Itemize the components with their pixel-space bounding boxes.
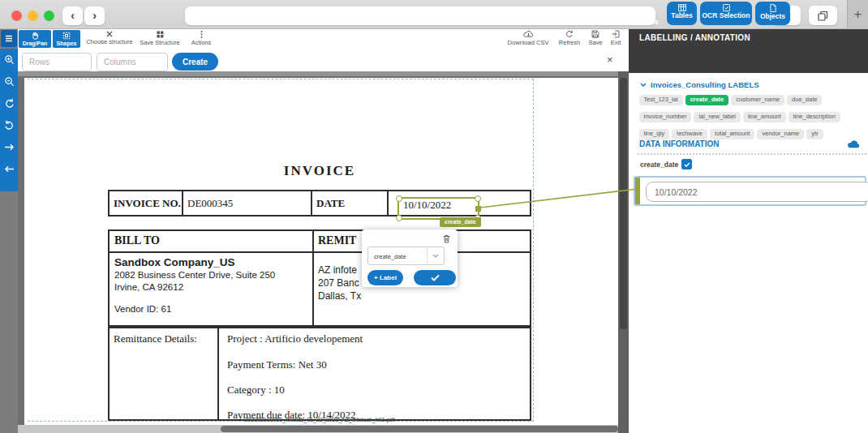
browser-back-button[interactable]: ‹ xyxy=(62,6,83,25)
refresh-button[interactable]: Refresh xyxy=(555,30,584,46)
label-chip[interactable]: line_qty xyxy=(639,129,670,139)
columns-input[interactable] xyxy=(97,53,168,71)
confirm-label-button[interactable] xyxy=(414,270,456,285)
field-value-input[interactable] xyxy=(646,182,868,202)
tab-tables-label: Tables xyxy=(667,11,697,19)
save-structure-button[interactable]: Save Structure xyxy=(135,31,184,46)
prev-page-button[interactable] xyxy=(0,158,18,180)
close-window-button[interactable] xyxy=(11,11,22,21)
rotate-cw-button[interactable] xyxy=(0,114,18,136)
close-panel-icon[interactable]: × xyxy=(607,54,613,66)
tab-ocr-selection-label: OCR Selection xyxy=(700,11,752,19)
tr-icon: Tr xyxy=(644,8,651,16)
tab-ocr-selection[interactable]: OCR Selection xyxy=(700,2,752,25)
invoice-title: INVOICE xyxy=(108,163,531,179)
rotate-ccw-icon xyxy=(4,98,15,109)
annotation-box-create-date[interactable] xyxy=(397,197,479,220)
bill-to-address2: Irvine, CA 92612 xyxy=(114,282,183,292)
hand-icon xyxy=(31,32,39,40)
label-select-value: create_date xyxy=(374,253,406,260)
label-chip[interactable]: Test_123_lal xyxy=(639,95,683,105)
exit-label: Exit xyxy=(606,39,625,46)
viewport-left-edge xyxy=(18,78,24,425)
x-icon xyxy=(106,31,113,37)
rows-input[interactable] xyxy=(22,53,92,71)
labels-section-heading[interactable]: Invoices_Consulting LABELS xyxy=(640,80,759,89)
add-label-button[interactable]: + Label xyxy=(367,270,403,285)
rotate-ccw-button[interactable] xyxy=(0,92,18,114)
choose-structure-button[interactable]: Choose structure xyxy=(84,31,135,45)
new-tab-button[interactable]: + xyxy=(847,0,868,29)
labels-heading-text: Invoices_Consulting LABELS xyxy=(651,80,759,89)
actions-button[interactable]: Actions xyxy=(187,31,216,46)
field-olive-indicator xyxy=(635,178,640,204)
address-bar[interactable] xyxy=(185,6,655,25)
label-chip[interactable]: techwave xyxy=(672,129,707,139)
refresh-label: Refresh xyxy=(555,39,584,46)
data-information-heading: DATA INFORMATION xyxy=(639,139,720,148)
cloud-download-icon xyxy=(523,30,534,38)
download-csv-button[interactable]: Download CSV xyxy=(503,30,553,46)
save-button[interactable]: Save xyxy=(585,30,606,46)
annotation-tag[interactable]: create_date xyxy=(440,217,481,227)
label-chip[interactable]: line_description xyxy=(789,112,840,122)
annotation-connector-handle[interactable] xyxy=(475,206,481,212)
zoom-out-button[interactable] xyxy=(0,71,18,92)
zoom-in-button[interactable] xyxy=(0,49,18,71)
tab-overview-button[interactable] xyxy=(809,6,837,25)
cloud-sync-icon[interactable] xyxy=(847,139,861,148)
arrow-right-icon xyxy=(4,143,15,152)
vertical-scrollbar-thumb[interactable] xyxy=(620,78,627,329)
maximize-window-button[interactable] xyxy=(44,11,54,21)
annotation-handle[interactable] xyxy=(475,195,481,202)
trash-icon[interactable] xyxy=(443,234,450,243)
document-filename: 202308198060_Invoice_01_22_2022_AZ_Infot… xyxy=(108,417,531,422)
panel-tabs xyxy=(629,47,868,73)
next-page-button[interactable] xyxy=(0,136,18,158)
remit-header: REMIT xyxy=(318,234,356,247)
invoice-no-label: INVOICE NO. xyxy=(114,197,181,210)
tab-labels[interactable]: Tr Labels xyxy=(631,2,664,25)
bill-to-address1: 2082 Business Center Drive, Suite 250 xyxy=(114,270,275,280)
minimize-window-button[interactable] xyxy=(28,11,38,21)
label-chip[interactable]: ytr xyxy=(806,129,823,139)
remittance-terms: Payment Terms: Net 30 xyxy=(227,358,327,371)
shapes-label: Shapes xyxy=(53,41,80,46)
select-chevron-area[interactable] xyxy=(427,247,444,264)
invoice-no-value: DE000345 xyxy=(187,197,233,210)
label-chip[interactable]: due_date xyxy=(787,95,822,105)
remit-line2: 207 Banc xyxy=(318,277,359,289)
label-chip[interactable]: customer_name xyxy=(731,95,784,105)
bill-to-header: BILL TO xyxy=(114,234,160,247)
tab-tables[interactable]: Tables xyxy=(667,2,697,25)
create-button[interactable]: Create xyxy=(172,53,218,71)
label-chip[interactable]: lal_new_label xyxy=(694,112,740,122)
bill-to-vendor-id: Vendor ID: 61 xyxy=(114,304,171,314)
horizontal-scrollbar-thumb[interactable] xyxy=(221,426,618,432)
label-chip[interactable]: create_date xyxy=(685,95,729,105)
annotation-handle[interactable] xyxy=(396,195,402,202)
label-popup: create_date + Label xyxy=(362,229,458,287)
annotation-handle[interactable] xyxy=(396,215,402,221)
exit-button[interactable]: Exit xyxy=(606,30,625,46)
remit-line1: AZ infote xyxy=(318,264,357,276)
browser-forward-button[interactable]: › xyxy=(84,6,105,25)
drag-pan-button[interactable]: Drag/Pan xyxy=(19,30,51,48)
refresh-icon xyxy=(565,30,574,38)
label-chip[interactable]: line_amount xyxy=(743,112,786,122)
copy-tabs-icon xyxy=(818,11,828,21)
tab-objects-label: Objects xyxy=(755,12,790,20)
label-chip[interactable]: vendor_name xyxy=(757,129,804,139)
label-chip[interactable]: total_amount xyxy=(710,129,754,139)
remittance-category: Category : 10 xyxy=(227,384,285,397)
field-checkbox[interactable] xyxy=(681,159,692,169)
menu-button[interactable] xyxy=(1,30,17,47)
table-icon xyxy=(678,4,686,11)
chevron-down-icon xyxy=(432,254,439,258)
tab-objects[interactable]: Objects xyxy=(755,2,790,25)
shapes-icon xyxy=(62,32,71,40)
label-chip[interactable]: invoice_number xyxy=(639,112,692,122)
shapes-button[interactable]: Shapes xyxy=(53,30,80,48)
label-select[interactable]: create_date xyxy=(367,247,445,265)
choose-structure-label: Choose structure xyxy=(84,38,135,45)
